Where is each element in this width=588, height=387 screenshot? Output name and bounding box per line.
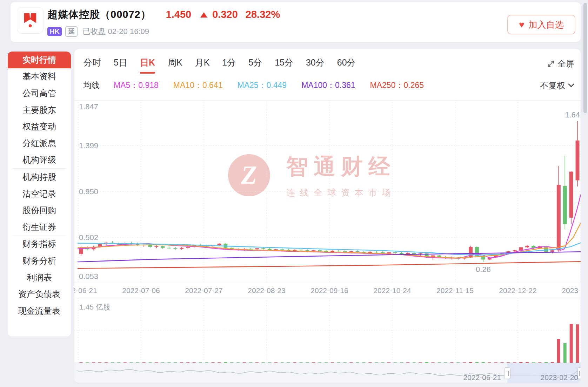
sidebar-item-0-0[interactable]: 实时行情	[8, 52, 71, 68]
sidebar-item-0-3[interactable]: 主要股东	[8, 102, 71, 118]
sidebar-item-1-1[interactable]: 沽空记录	[8, 185, 71, 202]
sidebar-item-2-2[interactable]: 利润表	[8, 269, 71, 286]
sidebar-item-2-0[interactable]: 财务指标	[8, 236, 71, 253]
svg-text:2022-11-15: 2022-11-15	[436, 286, 474, 294]
market-status: 已收盘 02-20 16:09	[82, 26, 149, 37]
fullscreen-label: 全屏	[557, 58, 574, 69]
tab-7[interactable]: 15分	[275, 57, 293, 74]
sidebar-item-1-0[interactable]: 机构持股	[8, 169, 71, 185]
stock-header: 超媒体控股（00072） 1.450 0.320 28.32% HK 延 已收盘…	[11, 2, 581, 42]
sidebar-item-2-1[interactable]: 财务分析	[8, 252, 71, 269]
sidebar-item-0-5[interactable]: 分红派息	[8, 135, 71, 152]
svg-text:0.26: 0.26	[476, 265, 491, 274]
sidebar-item-0-1[interactable]: 基本资料	[8, 68, 71, 85]
candlestick-chart[interactable]: 2022-06-212022-07-062022-07-272022-08-23…	[74, 100, 581, 363]
add-to-watchlist-label: 加入自选	[529, 19, 564, 30]
fullscreen-button[interactable]: 全屏	[547, 58, 574, 69]
tab-4[interactable]: 月K	[195, 57, 210, 74]
page-scrollbar[interactable]	[583, 0, 587, 387]
navigator-left-handle[interactable]	[504, 367, 510, 379]
tab-9[interactable]: 60分	[337, 57, 356, 74]
period-tabs: 分时5日日K周K月K1分5分15分30分60分	[83, 57, 356, 74]
svg-text:1.64: 1.64	[565, 110, 580, 119]
sidebar-item-1-2[interactable]: 股份回购	[8, 202, 71, 219]
ma-legend: 均线 MA5：0.918MA10：0.641MA25：0.449MA100：0.…	[83, 80, 424, 91]
chart-panel: 分时5日日K周K月K1分5分15分30分60分 全屏 均线 MA5：0.918M…	[74, 49, 581, 383]
tab-6[interactable]: 5分	[248, 57, 262, 74]
svg-text:2023-01-18: 2023-01-18	[562, 286, 581, 294]
tab-3[interactable]: 周K	[168, 57, 182, 74]
sidebar-item-2-3[interactable]: 资产负债表	[8, 286, 71, 303]
sidebar-item-0-2[interactable]: 公司高管	[8, 85, 71, 102]
heart-icon: ♥	[519, 20, 524, 29]
expand-icon	[547, 60, 555, 68]
tab-0[interactable]: 分时	[83, 57, 101, 74]
sidebar-item-2-4[interactable]: 现金流量表	[8, 303, 71, 319]
svg-text:1.847: 1.847	[79, 102, 98, 111]
svg-text:2022-10-24: 2022-10-24	[373, 286, 411, 294]
up-arrow-icon	[200, 12, 207, 18]
svg-text:2022-07-27: 2022-07-27	[185, 286, 222, 294]
svg-text:0.502: 0.502	[79, 233, 98, 242]
stock-logo-icon	[17, 7, 44, 34]
ma-legend-title: 均线	[83, 80, 100, 91]
stock-price: 1.450	[166, 9, 192, 20]
svg-text:2022-08-23: 2022-08-23	[248, 286, 285, 294]
tab-2[interactable]: 日K	[140, 57, 155, 74]
add-to-watchlist-button[interactable]: ♥ 加入自选	[507, 15, 575, 34]
delayed-quote-badge: 延	[65, 26, 78, 37]
svg-text:1.45 亿股: 1.45 亿股	[79, 303, 111, 311]
ma-legend-item-0: MA5：0.918	[114, 80, 159, 91]
tab-8[interactable]: 30分	[306, 57, 325, 74]
ma-legend-item-2: MA25：0.449	[238, 80, 287, 91]
price-change: 0.320	[212, 9, 238, 20]
svg-text:2022-09-16: 2022-09-16	[310, 286, 348, 294]
price-change-percent: 28.32%	[246, 9, 280, 20]
grid-lines: 2022-06-212022-07-062022-07-272022-08-23…	[74, 100, 581, 363]
svg-text:1.399: 1.399	[79, 141, 98, 150]
sidebar-item-1-3[interactable]: 衍生证券	[8, 219, 71, 236]
adjustment-label: 不复权	[540, 80, 565, 91]
sidebar-item-0-4[interactable]: 权益变动	[8, 118, 71, 135]
svg-text:0.053: 0.053	[79, 272, 98, 281]
ma-legend-item-3: MA100：0.361	[301, 80, 355, 91]
adjustment-dropdown[interactable]: 不复权	[540, 80, 574, 91]
sidebar-item-0-6[interactable]: 机构评级	[8, 152, 71, 169]
sidebar-nav: 实时行情基本资料公司高管主要股东权益变动分红派息机构评级机构持股沽空记录股份回购…	[8, 52, 71, 337]
svg-text:2022-06-21: 2022-06-21	[74, 286, 97, 294]
svg-text:2022-12-22: 2022-12-22	[499, 286, 536, 294]
navigator-end-date: 2023-02-20	[541, 373, 578, 382]
ma-legend-item-4: MA250：0.265	[370, 80, 424, 91]
market-badge: HK	[47, 27, 62, 36]
tab-1[interactable]: 5日	[114, 57, 127, 74]
tab-5[interactable]: 1分	[222, 57, 236, 74]
ma-legend-item-1: MA10：0.641	[173, 80, 223, 91]
svg-text:0.950: 0.950	[79, 187, 98, 196]
navigator-start-date: 2022-06-21	[463, 373, 501, 382]
chart-navigator[interactable]: 2022-06-21 2023-02-20	[74, 363, 581, 383]
svg-text:2022-07-06: 2022-07-06	[122, 286, 160, 294]
page-scrollbar-thumb[interactable]	[583, 3, 587, 113]
chevron-down-icon	[568, 83, 574, 88]
stock-name: 超媒体控股（00072）	[47, 8, 151, 22]
